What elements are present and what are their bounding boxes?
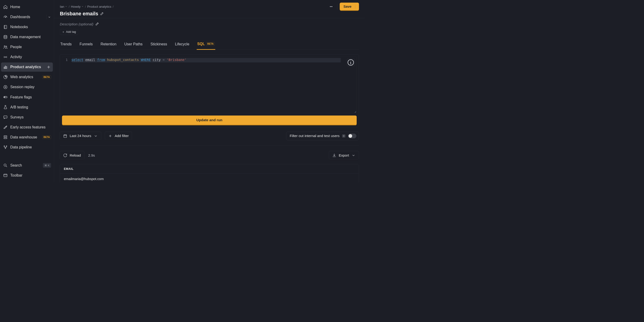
chevron-down-icon [94,134,98,138]
tab-stickiness[interactable]: Stickiness [150,42,168,50]
tab-lifecycle[interactable]: Lifecycle [174,42,190,50]
sidebar-search[interactable]: Search ⌘ K [1,161,53,170]
sidebar-item-early-access[interactable]: Early access features [1,122,53,132]
sidebar-item-surveys[interactable]: Surveys [1,112,53,122]
more-button[interactable] [328,3,335,10]
home-icon [3,4,8,10]
tab-retention[interactable]: Retention [100,42,117,50]
sidebar-item-web-analytics[interactable]: Web analytics BETA [1,72,53,82]
column-header[interactable]: EMAIL [60,164,359,174]
sidebar-item-activity[interactable]: Activity [1,52,53,62]
server-icon [3,135,8,140]
sidebar-item-data-warehouse[interactable]: Data warehouse BETA [1,132,53,142]
sidebar-item-label: Web analytics [10,75,33,79]
svg-point-2 [4,35,7,36]
search-icon [3,163,8,168]
results-table: EMAIL emailmaria@hubspot.com [60,164,359,182]
chevron-down-icon[interactable] [46,15,51,19]
sidebar-item-dashboards[interactable]: Dashboards [1,12,53,22]
pencil-icon [96,22,99,26]
tab-user-paths[interactable]: User Paths [124,42,143,50]
sidebar-item-label: Data pipeline [10,145,32,149]
svg-point-25 [344,136,344,136]
tab-sql[interactable]: SQL BETA [197,42,216,50]
live-icon [3,54,8,60]
sidebar-item-label: Home [10,5,20,9]
export-button[interactable]: Export [329,151,359,160]
svg-rect-6 [4,67,5,68]
filter-row: Last 24 hours Add filter Filter out inte… [60,132,359,140]
divider [337,4,338,10]
svg-point-4 [6,46,7,47]
sidebar-toolbar[interactable]: Toolbar [1,171,53,180]
tab-funnels[interactable]: Funnels [79,42,93,50]
sql-editor[interactable]: 1 select email from hubspot_contacts WHE… [62,56,357,113]
breadcrumb-separator: / [112,5,114,8]
svg-rect-24 [64,135,66,138]
table-row[interactable]: emailmaria@hubspot.com [60,174,359,182]
pipeline-icon [3,145,8,150]
add-tag-button[interactable]: Add tag [60,29,78,35]
description-field[interactable]: Description (optional) [60,22,359,26]
results-toolbar: Reload 2.9s Export [60,151,359,160]
sidebar-item-ab-testing[interactable]: A/B testing [1,102,53,112]
sidebar-item-people[interactable]: People [1,42,53,52]
breadcrumb-item[interactable]: Product analytics [87,5,112,8]
line-number: 1 [62,58,72,62]
sidebar-item-label: Search [10,163,22,168]
people-icon [3,44,8,50]
search-kbd: ⌘ K [43,163,51,168]
svg-point-5 [5,57,6,58]
reload-icon [63,153,67,157]
svg-point-11 [4,96,5,98]
sidebar-item-label: A/B testing [10,105,28,109]
add-filter-button[interactable]: Add filter [105,132,132,140]
gear-icon[interactable] [342,134,346,138]
calendar-icon [63,134,67,138]
chevron-down-icon [65,5,67,8]
plus-icon[interactable] [46,65,51,69]
sidebar-item-label: Product analytics [10,65,41,69]
toggle-switch[interactable] [348,134,356,138]
sidebar-item-home[interactable]: Home [1,2,53,12]
sidebar-item-label: Dashboards [10,15,30,19]
beta-badge: BETA [206,42,215,45]
info-icon [347,58,354,66]
reload-button[interactable]: Reload [60,151,84,160]
info-button[interactable] [347,58,355,66]
chevron-down-icon[interactable] [355,5,359,8]
sidebar-item-data-management[interactable]: Data management [1,32,53,42]
svg-rect-7 [5,66,6,68]
pencil-icon[interactable] [100,12,104,16]
sidebar: Home Dashboards Notebooks Data managemen… [0,0,54,182]
svg-rect-19 [4,174,7,176]
sidebar-item-label: Feature flags [10,95,32,99]
main-area: Ian / Howdy / Product analytics / [54,0,365,182]
sidebar-item-notebooks[interactable]: Notebooks [1,22,53,32]
download-icon [332,153,336,157]
sidebar-item-product-analytics[interactable]: Product analytics [1,62,53,72]
sidebar-item-feature-flags[interactable]: Feature flags [1,92,53,102]
save-button[interactable]: Save [340,2,359,10]
date-range-picker[interactable]: Last 24 hours [60,132,101,140]
plus-icon [62,30,65,33]
beta-badge: BETA [42,136,51,139]
page-title: Brisbane emails [60,11,98,16]
breadcrumb-item[interactable]: Ian [60,5,67,8]
svg-point-22 [332,6,332,7]
chevron-down-icon [82,5,84,8]
update-run-button[interactable]: Update and run [62,116,357,125]
sql-editor-panel: 1 select email from hubspot_contacts WHE… [60,54,359,127]
plus-icon [108,134,112,138]
toggle-icon [3,95,8,100]
tabs: Trends Funnels Retention User Paths Stic… [60,42,359,50]
sidebar-item-data-pipeline[interactable]: Data pipeline [1,142,53,152]
sidebar-item-session-replay[interactable]: Session replay [1,82,53,92]
tab-trends[interactable]: Trends [60,42,72,50]
breadcrumb-item[interactable]: Howdy [71,5,84,8]
gauge-icon [3,14,8,20]
breadcrumb-separator: / [69,5,70,8]
filter-internal-users: Filter out internal and test users [286,132,359,140]
svg-point-21 [331,6,331,7]
resize-handle[interactable] [354,110,356,112]
